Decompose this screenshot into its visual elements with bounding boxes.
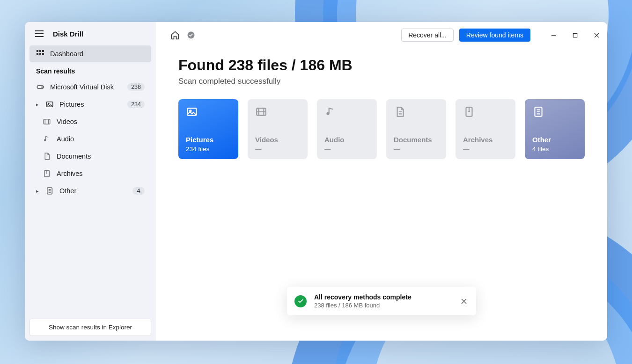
disk-icon xyxy=(36,83,44,91)
hamburger-menu-icon[interactable] xyxy=(33,29,45,39)
nav-audio[interactable]: Audio xyxy=(29,131,151,147)
toast-close-button[interactable] xyxy=(459,297,469,306)
nav-label: Audio xyxy=(57,135,145,143)
card-archives[interactable]: Archives — xyxy=(456,99,515,159)
window-minimize-button[interactable] xyxy=(543,27,564,44)
image-icon xyxy=(45,100,54,109)
sidebar: Disk Drill Dashboard Scan results Micros… xyxy=(25,22,156,341)
window-maximize-button[interactable] xyxy=(564,27,586,44)
nav-label: Documents xyxy=(57,153,145,160)
category-cards: Pictures 234 files Videos — Audio — xyxy=(178,99,585,159)
card-count: — xyxy=(255,146,300,153)
card-title: Audio xyxy=(324,136,369,144)
toast-subtitle: 238 files / 186 MB found xyxy=(314,302,452,309)
main-panel: Recover all... Review found items Found … xyxy=(156,22,607,341)
count-badge: 4 xyxy=(132,187,145,195)
card-audio[interactable]: Audio — xyxy=(317,99,377,159)
nav-documents[interactable]: Documents xyxy=(29,148,151,165)
nav-archives[interactable]: Archives xyxy=(29,165,151,182)
archive-icon xyxy=(43,169,51,178)
toast-title: All recovery methods complete xyxy=(314,293,452,301)
grid-icon xyxy=(36,50,44,58)
chevron-right-icon: ▸ xyxy=(36,102,43,108)
card-title: Videos xyxy=(255,136,300,144)
home-icon[interactable] xyxy=(170,30,180,40)
card-title: Archives xyxy=(463,136,508,144)
svg-rect-0 xyxy=(37,50,38,52)
card-count: — xyxy=(324,146,369,153)
svg-rect-3 xyxy=(37,53,38,55)
svg-rect-2 xyxy=(42,50,44,52)
app-window: Disk Drill Dashboard Scan results Micros… xyxy=(25,22,607,341)
review-found-items-button[interactable]: Review found items xyxy=(459,29,530,42)
check-circle-icon xyxy=(294,295,307,307)
count-badge: 234 xyxy=(127,101,145,108)
card-documents[interactable]: Documents — xyxy=(386,99,446,159)
chevron-right-icon: ▸ xyxy=(36,188,43,194)
card-title: Documents xyxy=(394,136,439,144)
toast-notification: All recovery methods complete 238 files … xyxy=(287,287,476,315)
image-icon xyxy=(186,106,231,124)
nav-videos[interactable]: Videos xyxy=(29,113,151,130)
file-icon xyxy=(45,187,54,195)
nav-label: Other xyxy=(59,187,127,195)
music-note-icon xyxy=(324,106,369,124)
nav-label: Videos xyxy=(57,118,145,125)
nav-label: Pictures xyxy=(59,101,122,108)
count-badge: 238 xyxy=(127,83,145,91)
svg-rect-4 xyxy=(39,53,41,55)
nav-disk[interactable]: Microsoft Virtual Disk 238 xyxy=(29,79,151,95)
titlebar: Recover all... Review found items xyxy=(156,22,607,48)
svg-rect-14 xyxy=(573,33,577,37)
card-other[interactable]: Other 4 files xyxy=(525,99,585,159)
nav-dashboard[interactable]: Dashboard xyxy=(29,45,151,62)
video-icon xyxy=(255,106,300,124)
app-title: Disk Drill xyxy=(53,30,83,38)
page-heading: Found 238 files / 186 MB xyxy=(178,57,585,74)
nav-label: Dashboard xyxy=(50,50,145,58)
recover-all-button[interactable]: Recover all... xyxy=(401,29,454,42)
file-icon xyxy=(532,106,577,124)
card-count: — xyxy=(463,146,508,153)
svg-rect-1 xyxy=(39,50,41,52)
svg-point-7 xyxy=(42,87,43,87)
nav-other[interactable]: ▸ Other 4 xyxy=(29,182,151,199)
music-note-icon xyxy=(43,135,51,143)
card-count: 4 files xyxy=(532,146,577,153)
nav-pictures[interactable]: ▸ Pictures 234 xyxy=(29,96,151,113)
page-subtitle: Scan completed successfully xyxy=(178,77,585,86)
svg-rect-10 xyxy=(44,119,50,124)
archive-icon xyxy=(463,106,508,124)
card-count: 234 files xyxy=(186,146,231,153)
card-pictures[interactable]: Pictures 234 files xyxy=(178,99,238,159)
card-count: — xyxy=(394,146,439,153)
svg-rect-5 xyxy=(42,53,44,55)
document-icon xyxy=(43,152,51,160)
nav-section-label: Scan results xyxy=(29,63,151,79)
card-videos[interactable]: Videos — xyxy=(248,99,308,159)
document-icon xyxy=(394,106,439,124)
card-title: Other xyxy=(532,136,577,144)
nav-label: Archives xyxy=(57,170,145,177)
verified-icon[interactable] xyxy=(186,30,196,40)
card-title: Pictures xyxy=(186,136,231,144)
show-in-explorer-button[interactable]: Show scan results in Explorer xyxy=(29,319,151,336)
nav-label: Microsoft Virtual Disk xyxy=(50,83,122,91)
window-close-button[interactable] xyxy=(586,27,607,44)
video-icon xyxy=(43,117,51,126)
